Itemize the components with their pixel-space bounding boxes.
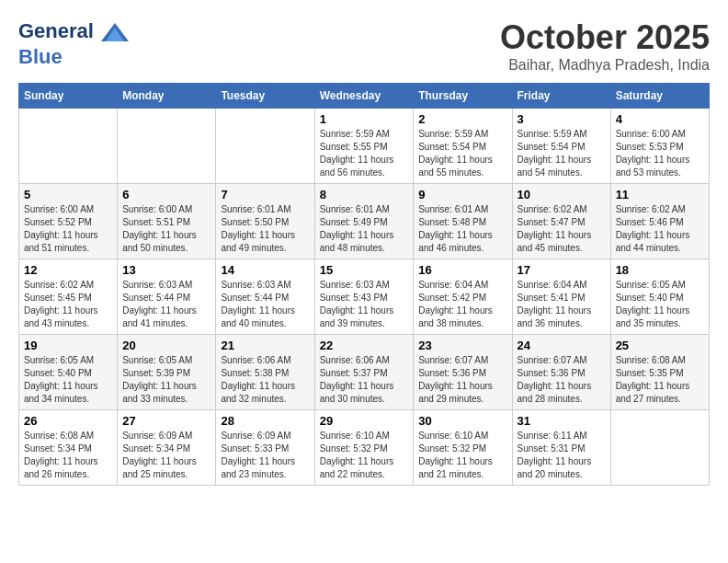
day-info: Sunrise: 6:03 AM Sunset: 5:44 PM Dayligh…: [221, 279, 309, 330]
day-number: 25: [616, 339, 704, 352]
day-info: Sunrise: 6:03 AM Sunset: 5:44 PM Dayligh…: [122, 279, 210, 330]
calendar-cell: 19Sunrise: 6:05 AM Sunset: 5:40 PM Dayli…: [19, 335, 118, 410]
day-number: 4: [616, 112, 704, 126]
weekday-header-sunday: Sunday: [19, 84, 118, 109]
day-info: Sunrise: 6:05 AM Sunset: 5:39 PM Dayligh…: [122, 354, 210, 406]
day-info: Sunrise: 6:06 AM Sunset: 5:38 PM Dayligh…: [221, 354, 309, 406]
day-number: 17: [518, 263, 606, 277]
day-info: Sunrise: 6:01 AM Sunset: 5:50 PM Dayligh…: [221, 203, 309, 255]
calendar-cell: 30Sunrise: 6:10 AM Sunset: 5:32 PM Dayli…: [414, 410, 512, 486]
calendar-cell: 6Sunrise: 6:00 AM Sunset: 5:51 PM Daylig…: [118, 184, 216, 259]
weekday-header-saturday: Saturday: [610, 84, 709, 109]
week-row-4: 19Sunrise: 6:05 AM Sunset: 5:40 PM Dayli…: [19, 335, 710, 410]
calendar-cell: 13Sunrise: 6:03 AM Sunset: 5:44 PM Dayli…: [118, 259, 216, 335]
day-number: 9: [418, 188, 506, 201]
day-number: 10: [518, 188, 606, 201]
calendar-cell: 11Sunrise: 6:02 AM Sunset: 5:46 PM Dayli…: [610, 184, 709, 259]
day-number: 20: [122, 339, 210, 352]
calendar-cell: 24Sunrise: 6:07 AM Sunset: 5:36 PM Dayli…: [512, 335, 610, 410]
weekday-header-thursday: Thursday: [414, 84, 512, 109]
calendar-cell: [118, 109, 216, 184]
day-number: 6: [122, 188, 210, 201]
calendar-cell: 23Sunrise: 6:07 AM Sunset: 5:36 PM Dayli…: [414, 335, 512, 410]
weekday-header-friday: Friday: [512, 84, 610, 109]
calendar-cell: 12Sunrise: 6:02 AM Sunset: 5:45 PM Dayli…: [19, 259, 118, 335]
day-info: Sunrise: 6:02 AM Sunset: 5:45 PM Dayligh…: [24, 279, 112, 330]
title-area: October 2025 Baihar, Madhya Pradesh, Ind…: [500, 18, 710, 74]
day-number: 23: [418, 339, 506, 352]
calendar-cell: 29Sunrise: 6:10 AM Sunset: 5:32 PM Dayli…: [314, 410, 414, 486]
calendar-cell: 2Sunrise: 5:59 AM Sunset: 5:54 PM Daylig…: [414, 109, 512, 184]
calendar-cell: 16Sunrise: 6:04 AM Sunset: 5:42 PM Dayli…: [414, 259, 512, 335]
day-number: 5: [24, 188, 112, 201]
day-number: 26: [24, 414, 112, 428]
day-info: Sunrise: 6:10 AM Sunset: 5:32 PM Dayligh…: [320, 430, 409, 481]
calendar-cell: 18Sunrise: 6:05 AM Sunset: 5:40 PM Dayli…: [610, 259, 709, 335]
day-number: 31: [518, 414, 606, 428]
calendar-cell: 27Sunrise: 6:09 AM Sunset: 5:34 PM Dayli…: [118, 410, 216, 486]
month-title: October 2025: [500, 18, 710, 57]
day-info: Sunrise: 6:09 AM Sunset: 5:33 PM Dayligh…: [221, 430, 309, 481]
day-info: Sunrise: 5:59 AM Sunset: 5:54 PM Dayligh…: [518, 128, 606, 179]
day-number: 18: [616, 263, 704, 277]
calendar-cell: [610, 410, 709, 486]
day-info: Sunrise: 6:07 AM Sunset: 5:36 PM Dayligh…: [518, 354, 606, 406]
day-info: Sunrise: 6:09 AM Sunset: 5:34 PM Dayligh…: [122, 430, 210, 481]
weekday-header-monday: Monday: [118, 84, 216, 109]
week-row-2: 5Sunrise: 6:00 AM Sunset: 5:52 PM Daylig…: [19, 184, 710, 259]
calendar-cell: 26Sunrise: 6:08 AM Sunset: 5:34 PM Dayli…: [19, 410, 118, 486]
day-info: Sunrise: 6:06 AM Sunset: 5:37 PM Dayligh…: [320, 354, 409, 406]
day-number: 15: [320, 263, 409, 277]
day-number: 3: [518, 112, 606, 126]
logo-icon: [101, 18, 129, 46]
weekday-header-tuesday: Tuesday: [216, 84, 314, 109]
day-info: Sunrise: 5:59 AM Sunset: 5:55 PM Dayligh…: [320, 128, 409, 179]
calendar-cell: 9Sunrise: 6:01 AM Sunset: 5:48 PM Daylig…: [414, 184, 512, 259]
week-row-5: 26Sunrise: 6:08 AM Sunset: 5:34 PM Dayli…: [19, 410, 710, 486]
day-number: 2: [418, 112, 506, 126]
day-number: 19: [24, 339, 112, 352]
day-number: 13: [122, 263, 210, 277]
calendar-cell: 5Sunrise: 6:00 AM Sunset: 5:52 PM Daylig…: [19, 184, 118, 259]
location-title: Baihar, Madhya Pradesh, India: [500, 57, 710, 74]
calendar-cell: 4Sunrise: 6:00 AM Sunset: 5:53 PM Daylig…: [610, 109, 709, 184]
day-number: 8: [320, 188, 409, 201]
calendar-cell: 3Sunrise: 5:59 AM Sunset: 5:54 PM Daylig…: [512, 109, 610, 184]
logo-text: General Blue: [18, 18, 129, 68]
calendar-cell: 28Sunrise: 6:09 AM Sunset: 5:33 PM Dayli…: [216, 410, 314, 486]
day-info: Sunrise: 6:05 AM Sunset: 5:40 PM Dayligh…: [616, 279, 704, 330]
day-number: 29: [320, 414, 409, 428]
calendar-cell: 21Sunrise: 6:06 AM Sunset: 5:38 PM Dayli…: [216, 335, 314, 410]
weekday-header-wednesday: Wednesday: [314, 84, 414, 109]
day-info: Sunrise: 6:00 AM Sunset: 5:52 PM Dayligh…: [24, 203, 112, 255]
day-info: Sunrise: 6:11 AM Sunset: 5:31 PM Dayligh…: [518, 430, 606, 481]
day-info: Sunrise: 6:10 AM Sunset: 5:32 PM Dayligh…: [418, 430, 506, 481]
day-info: Sunrise: 6:00 AM Sunset: 5:51 PM Dayligh…: [122, 203, 210, 255]
day-info: Sunrise: 6:08 AM Sunset: 5:34 PM Dayligh…: [24, 430, 112, 481]
calendar-cell: 22Sunrise: 6:06 AM Sunset: 5:37 PM Dayli…: [314, 335, 414, 410]
day-number: 7: [221, 188, 309, 201]
day-number: 14: [221, 263, 309, 277]
week-row-1: 1Sunrise: 5:59 AM Sunset: 5:55 PM Daylig…: [19, 109, 710, 184]
day-number: 11: [616, 188, 704, 201]
day-info: Sunrise: 6:00 AM Sunset: 5:53 PM Dayligh…: [616, 128, 704, 179]
day-info: Sunrise: 6:01 AM Sunset: 5:48 PM Dayligh…: [418, 203, 506, 255]
calendar-cell: 17Sunrise: 6:04 AM Sunset: 5:41 PM Dayli…: [512, 259, 610, 335]
calendar-cell: 15Sunrise: 6:03 AM Sunset: 5:43 PM Dayli…: [314, 259, 414, 335]
day-info: Sunrise: 6:01 AM Sunset: 5:49 PM Dayligh…: [320, 203, 409, 255]
day-number: 30: [418, 414, 506, 428]
calendar-cell: 10Sunrise: 6:02 AM Sunset: 5:47 PM Dayli…: [512, 184, 610, 259]
day-info: Sunrise: 6:03 AM Sunset: 5:43 PM Dayligh…: [320, 279, 409, 330]
calendar-cell: [216, 109, 314, 184]
day-number: 22: [320, 339, 409, 352]
day-info: Sunrise: 6:02 AM Sunset: 5:46 PM Dayligh…: [616, 203, 704, 255]
day-number: 12: [24, 263, 112, 277]
calendar-cell: 1Sunrise: 5:59 AM Sunset: 5:55 PM Daylig…: [314, 109, 414, 184]
calendar-cell: 8Sunrise: 6:01 AM Sunset: 5:49 PM Daylig…: [314, 184, 414, 259]
day-number: 1: [320, 112, 409, 126]
weekday-header-row: SundayMondayTuesdayWednesdayThursdayFrid…: [19, 84, 710, 109]
day-info: Sunrise: 6:05 AM Sunset: 5:40 PM Dayligh…: [24, 354, 112, 406]
day-info: Sunrise: 6:04 AM Sunset: 5:41 PM Dayligh…: [518, 279, 606, 330]
calendar-cell: 31Sunrise: 6:11 AM Sunset: 5:31 PM Dayli…: [512, 410, 610, 486]
day-info: Sunrise: 6:08 AM Sunset: 5:35 PM Dayligh…: [616, 354, 704, 406]
